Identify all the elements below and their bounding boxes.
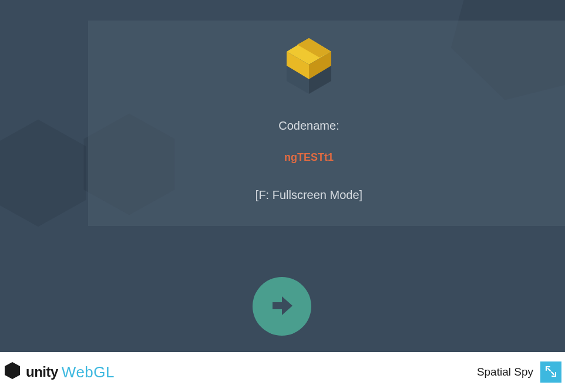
game-logo-icon <box>280 35 338 97</box>
proceed-button[interactable] <box>253 277 311 336</box>
webgl-text: WebGL <box>62 363 115 381</box>
unity-text: unity <box>26 364 58 380</box>
footer-right: Spatial Spy <box>477 361 561 383</box>
fullscreen-button[interactable] <box>540 361 561 383</box>
game-title: Spatial Spy <box>477 366 533 379</box>
codename-value: ngTESTt1 <box>284 151 334 164</box>
fullscreen-icon <box>546 366 556 379</box>
codename-label: Codename: <box>278 119 339 133</box>
arrow-right-icon <box>265 289 298 324</box>
svg-marker-1 <box>0 120 86 227</box>
unity-brand: unity WebGL <box>2 361 115 383</box>
fullscreen-hint: [F: Fullscreen Mode] <box>255 188 362 202</box>
footer-bar: unity WebGL Spatial Spy <box>0 352 565 392</box>
unity-logo-icon <box>2 361 22 383</box>
game-canvas[interactable]: Codename: ngTESTt1 [F: Fullscreen Mode] <box>0 0 565 352</box>
main-panel: Codename: ngTESTt1 [F: Fullscreen Mode] <box>88 21 565 226</box>
